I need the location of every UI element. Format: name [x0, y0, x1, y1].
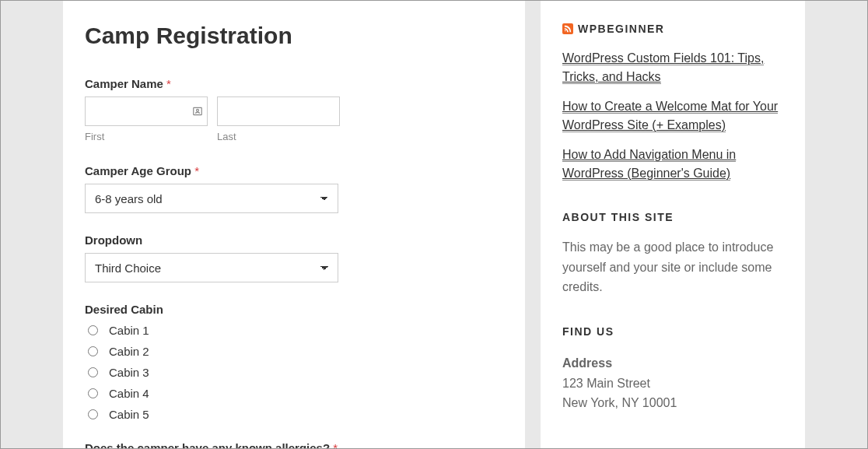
cabin-radio-item: Cabin 5: [85, 408, 503, 421]
svg-point-1: [197, 109, 199, 111]
first-name-input[interactable]: [85, 96, 208, 126]
last-name-sublabel: Last: [217, 131, 340, 142]
age-group-label: Camper Age Group *: [85, 164, 503, 177]
cabin-radio-label: Cabin 1: [109, 324, 149, 337]
required-mark: *: [166, 77, 171, 90]
cabin-radio-label: Cabin 5: [109, 408, 149, 421]
cabin-radio-item: Cabin 3: [85, 366, 503, 379]
required-mark: *: [194, 164, 199, 177]
find-us-widget: FIND US Address 123 Main Street New York…: [562, 325, 783, 413]
address-line-1: 123 Main Street: [562, 374, 783, 394]
first-name-sublabel: First: [85, 131, 208, 142]
cabin-radio-item: Cabin 2: [85, 345, 503, 358]
cabin-radio-label: Cabin 4: [109, 387, 149, 400]
allergies-field: Does the camper have any known allergies…: [85, 441, 503, 449]
page-title: Camp Registration: [85, 23, 503, 49]
main-content: Camp Registration Camper Name *: [63, 1, 525, 448]
feed-list: WordPress Custom Fields 101: Tips, Trick…: [562, 49, 783, 183]
required-mark: *: [333, 441, 338, 449]
feed-link-2[interactable]: How to Create a Welcome Mat for Your Wor…: [562, 100, 778, 132]
about-text: This may be a good place to introduce yo…: [562, 237, 783, 297]
cabin-radio-3[interactable]: [88, 367, 98, 377]
cabin-radio-4[interactable]: [88, 388, 98, 398]
dropdown-label: Dropdown: [85, 233, 503, 247]
rss-icon: [562, 23, 573, 34]
cabin-radio-1[interactable]: [88, 325, 98, 335]
contact-card-icon: [192, 105, 203, 118]
about-widget: ABOUT THIS SITE This may be a good place…: [562, 211, 783, 297]
address-label: Address: [562, 356, 783, 370]
feed-title-text: WPBEGINNER: [578, 23, 664, 35]
age-group-select[interactable]: 6-8 years old: [85, 184, 338, 213]
allergies-label-text: Does the camper have any known allergies…: [85, 441, 330, 449]
cabin-radio-label: Cabin 3: [109, 366, 149, 379]
cabin-radio-list: Cabin 1 Cabin 2 Cabin 3 Cabin 4 Cabin 5: [85, 324, 503, 421]
find-us-title: FIND US: [562, 325, 783, 338]
sidebar: WPBEGINNER WordPress Custom Fields 101: …: [541, 1, 805, 448]
cabin-field: Desired Cabin Cabin 1 Cabin 2 Cabin 3 Ca…: [85, 303, 503, 421]
age-group-field: Camper Age Group * 6-8 years old: [85, 164, 503, 213]
camper-name-group: Camper Name * First: [85, 77, 503, 142]
dropdown-select[interactable]: Third Choice: [85, 253, 338, 282]
dropdown-field: Dropdown Third Choice: [85, 233, 503, 282]
cabin-label: Desired Cabin: [85, 303, 503, 316]
camper-name-label: Camper Name *: [85, 77, 503, 90]
feed-widget: WPBEGINNER WordPress Custom Fields 101: …: [562, 23, 783, 183]
camper-name-label-text: Camper Name: [85, 77, 163, 90]
cabin-radio-5[interactable]: [88, 409, 98, 419]
cabin-radio-item: Cabin 1: [85, 324, 503, 337]
last-name-input[interactable]: [217, 96, 340, 126]
allergies-label: Does the camper have any known allergies…: [85, 441, 503, 449]
age-group-label-text: Camper Age Group: [85, 164, 191, 177]
feed-widget-title: WPBEGINNER: [562, 23, 783, 35]
feed-link-3[interactable]: How to Add Navigation Menu in WordPress …: [562, 148, 736, 181]
cabin-radio-2[interactable]: [88, 346, 98, 356]
cabin-radio-label: Cabin 2: [109, 345, 149, 358]
feed-link-1[interactable]: WordPress Custom Fields 101: Tips, Trick…: [562, 51, 764, 84]
cabin-radio-item: Cabin 4: [85, 387, 503, 400]
about-widget-title: ABOUT THIS SITE: [562, 211, 783, 223]
address-line-2: New York, NY 10001: [562, 393, 783, 413]
